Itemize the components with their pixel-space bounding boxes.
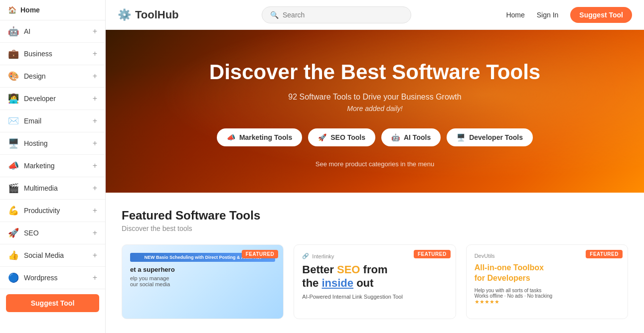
social-media-expand-icon[interactable]: + <box>93 251 97 260</box>
sidebar-label-productivity: Productivity <box>24 207 60 215</box>
logo[interactable]: ⚙️ ToolHub <box>118 8 179 21</box>
featured-section: Featured Software Tools Discover the bes… <box>106 193 644 319</box>
productivity-expand-icon[interactable]: + <box>93 206 97 215</box>
design-expand-icon[interactable]: + <box>93 72 97 81</box>
sidebar-item-social-media[interactable]: 👍 Social Media + <box>0 244 105 267</box>
card-publer[interactable]: FEATURED NEW Basio Scheduling with Direc… <box>122 244 284 319</box>
sidebar-item-business[interactable]: 💼 Business + <box>0 43 105 65</box>
devutils-title: All-in-one Toolbox for Developers <box>475 263 620 284</box>
interlinky-title: Better SEO from the inside out <box>302 263 447 290</box>
suggest-tool-sidebar-button[interactable]: Suggest Tool <box>6 294 99 312</box>
email-icon: ✉️ <box>8 115 19 126</box>
marketing-expand-icon[interactable]: + <box>93 161 97 170</box>
sidebar-item-left-wordpress: 🔵 Wordpress <box>8 272 57 283</box>
sidebar-item-developer[interactable]: 👩‍💻 Developer + <box>0 88 105 110</box>
sidebar-item-seo[interactable]: 🚀 SEO + <box>0 222 105 244</box>
sidebar-item-left-seo: 🚀 SEO <box>8 227 39 238</box>
interlinky-inside-text: inside <box>322 277 353 289</box>
sidebar-home[interactable]: 🏠 Home <box>0 0 105 20</box>
sidebar-home-label: Home <box>20 6 40 14</box>
sidebar-item-left-ai: 🤖 AI <box>8 26 30 37</box>
sidebar-label-social-media: Social Media <box>24 251 64 259</box>
card-devutils[interactable]: FEATURED DevUtils All-in-one Toolbox for… <box>466 244 628 319</box>
multimedia-expand-icon[interactable]: + <box>93 184 97 193</box>
hero-buttons: 📣Marketing Tools🚀SEO Tools🤖AI Tools🖥️Dev… <box>126 128 624 146</box>
business-expand-icon[interactable]: + <box>93 49 97 58</box>
developer-hero-icon: 🖥️ <box>457 133 465 141</box>
sidebar-label-design: Design <box>24 72 46 80</box>
design-icon: 🎨 <box>8 71 19 82</box>
seo-icon: 🚀 <box>8 227 19 238</box>
sidebar-item-left-email: ✉️ Email <box>8 115 41 126</box>
sidebar-item-design[interactable]: 🎨 Design + <box>0 65 105 88</box>
hero-btn-seo[interactable]: 🚀SEO Tools <box>308 128 375 146</box>
sidebar-label-wordpress: Wordpress <box>24 274 57 282</box>
home-icon: 🏠 <box>8 6 16 14</box>
sidebar-item-productivity[interactable]: 💪 Productivity + <box>0 200 105 222</box>
sidebar-item-left-developer: 👩‍💻 Developer <box>8 93 56 104</box>
devutils-title-pre: All-in-one Toolbox <box>475 263 544 272</box>
sidebar-item-left-design: 🎨 Design <box>8 71 46 82</box>
hero-btn-ai[interactable]: 🤖AI Tools <box>381 128 441 146</box>
ai-hero-label: AI Tools <box>404 133 431 141</box>
marketing-icon: 📣 <box>8 160 19 171</box>
hero-more-text: See more product categories in the menu <box>126 160 624 168</box>
sidebar-label-ai: AI <box>24 27 30 35</box>
sidebar-label-multimedia: Multimedia <box>24 184 58 192</box>
ai-expand-icon[interactable]: + <box>93 27 97 36</box>
card-publer-subline: elp you manage <box>130 275 275 281</box>
sidebar-item-left-multimedia: 🎬 Multimedia <box>8 183 58 194</box>
search-input[interactable] <box>283 11 403 19</box>
sidebar-item-left-business: 💼 Business <box>8 48 52 59</box>
seo-hero-label: SEO Tools <box>330 133 365 141</box>
sidebar-label-business: Business <box>24 50 52 58</box>
header: ⚙️ ToolHub 🔍 Home Sign In Suggest Tool <box>106 0 644 30</box>
devutils-desc2: Works offline · No ads · No tracking <box>475 293 620 299</box>
sidebar-label-email: Email <box>24 117 41 125</box>
sidebar-label-developer: Developer <box>24 95 56 103</box>
interlinky-title-line2-pre: the <box>302 277 322 289</box>
hosting-expand-icon[interactable]: + <box>93 139 97 148</box>
sidebar-item-marketing[interactable]: 📣 Marketing + <box>0 155 105 177</box>
social-media-icon: 👍 <box>8 250 19 261</box>
cards-row: FEATURED NEW Basio Scheduling with Direc… <box>122 244 628 319</box>
card-interlinky[interactable]: FEATURED 🔗 Interlinky Better SEO from th… <box>294 244 456 319</box>
featured-title: Featured Software Tools <box>122 209 628 222</box>
nav-links: Home Sign In Suggest Tool <box>506 7 632 23</box>
nav-home-link[interactable]: Home <box>506 11 524 19</box>
sidebar-item-multimedia[interactable]: 🎬 Multimedia + <box>0 177 105 200</box>
interlinky-logo-icon: 🔗 <box>302 253 309 259</box>
business-icon: 💼 <box>8 48 19 59</box>
seo-expand-icon[interactable]: + <box>93 228 97 237</box>
card-publer-desc: our social media <box>130 281 275 287</box>
wordpress-expand-icon[interactable]: + <box>93 273 97 282</box>
sidebar-item-ai[interactable]: 🤖 AI + <box>0 20 105 43</box>
sidebar-label-hosting: Hosting <box>24 139 47 147</box>
seo-hero-icon: 🚀 <box>318 133 326 141</box>
sidebar-item-email[interactable]: ✉️ Email + <box>0 110 105 132</box>
interlinky-seo-text: SEO <box>337 263 360 276</box>
multimedia-icon: 🎬 <box>8 183 19 194</box>
devutils-title-highlight: for Developers <box>475 274 530 282</box>
interlinky-desc: AI-Powered Internal Link Suggestion Tool <box>302 294 447 300</box>
suggest-tool-header-button[interactable]: Suggest Tool <box>570 7 632 23</box>
devutils-stars: ★★★★★ <box>475 299 620 305</box>
logo-icon: ⚙️ <box>118 8 131 21</box>
hero-btn-developer[interactable]: 🖥️Developer Tools <box>447 128 533 146</box>
hero-subtitle: 92 Software Tools to Drive your Business… <box>126 93 624 102</box>
developer-expand-icon[interactable]: + <box>93 94 97 103</box>
sidebar-item-wordpress[interactable]: 🔵 Wordpress + <box>0 267 105 289</box>
featured-badge-1: FEATURED <box>242 250 279 258</box>
sidebar-item-left-hosting: 🖥️ Hosting <box>8 138 47 149</box>
sidebar-item-hosting[interactable]: 🖥️ Hosting + <box>0 132 105 155</box>
sign-in-link[interactable]: Sign In <box>537 11 559 19</box>
sidebar: 🏠 Home 🤖 AI + 💼 Business + 🎨 Design + 👩‍… <box>0 0 106 333</box>
interlinky-title-pre: Better <box>302 263 337 276</box>
devutils-desc1: Help you with all sorts of tasks <box>475 288 620 293</box>
featured-badge-2: FEATURED <box>414 250 451 258</box>
email-expand-icon[interactable]: + <box>93 116 97 125</box>
hero-btn-marketing[interactable]: 📣Marketing Tools <box>217 128 302 146</box>
marketing-hero-label: Marketing Tools <box>239 133 292 141</box>
hero-title: Discover the Best Software Tools <box>126 60 624 85</box>
search-bar[interactable]: 🔍 <box>262 6 411 23</box>
